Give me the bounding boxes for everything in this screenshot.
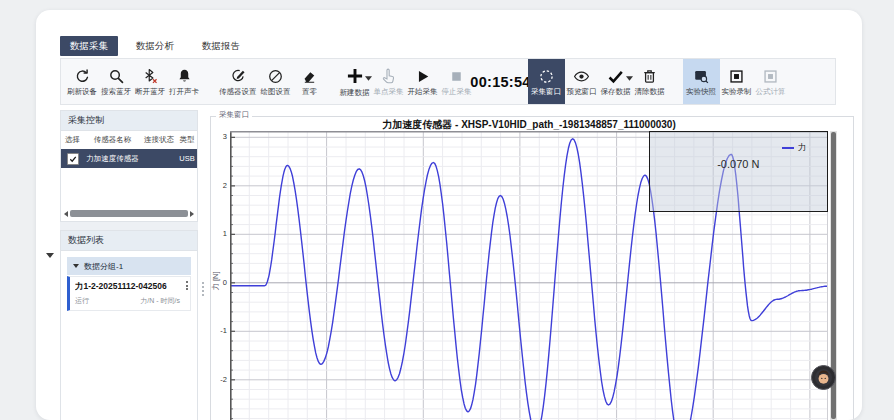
toolbar-button-start-collect[interactable]: 开始采集 [406,59,440,104]
eraser-icon [301,68,318,85]
data-item-title: 力1-2-20251112-042506 [75,281,180,293]
toolbar-button-disconnect-bluetooth[interactable]: 断开蓝牙 [133,59,167,104]
toolbar-button-refresh-device[interactable]: 刷新设备 [65,59,99,104]
check-icon [607,68,624,85]
data-item-axes: 力/N - 时间/s [140,296,180,306]
measurement-value: -0.070 N [650,158,827,170]
toolbar-button-experiment-record[interactable]: 实验录制 [720,59,754,104]
toolbar-button-label: 绘图设置 [261,88,291,96]
person-avatar-icon [814,368,833,387]
y-tick-label: 3 [210,133,227,141]
sensor-type: USB [177,154,197,163]
toolbar-button-label: 传感器设置 [219,88,257,96]
toolbar-button-label: 刷新设备 [67,88,97,96]
collect-control-header: 采集控制 [61,111,197,131]
column-header: 选择 [61,135,84,145]
left-sidebar: 采集控制 选择传感器名称连接状态类型力加速度传感器USB 数据列表 数据分组-1 [60,110,198,420]
toolbar-button-new-data[interactable]: 新建数据 [338,59,372,104]
play-icon [414,68,431,85]
legend-series-label: 力 [798,142,807,154]
y-axis-label: 力 [N] [211,271,221,290]
column-header: 传感器名称 [84,135,141,145]
splitter-grip-icon [202,282,204,296]
data-group-header[interactable]: 数据分组-1 [67,257,191,275]
collect-control-title: 采集控制 [68,114,104,127]
toolbar-button-clear-data[interactable]: 清除数据 [633,59,667,104]
collect-timer: 00:15:54 [474,59,528,104]
toolbar-button-collect-window[interactable]: 采集窗口 [528,59,565,104]
dropdown-caret-icon[interactable] [365,76,372,81]
app-window: 数据采集数据分析数据报告 刷新设备搜索蓝牙断开蓝牙打开声卡传感器设置绘图设置置零… [36,10,862,420]
record-icon [728,68,745,85]
table-row[interactable]: 力加速度传感器USB [61,149,197,168]
toolbar-button-search-bluetooth[interactable]: 搜索蓝牙 [99,59,133,104]
chart-title: 力加速度传感器 - XHSP-V10HID_path_-1981348857_1… [230,118,828,132]
data-item-status: 运行 [75,296,89,306]
data-list-item[interactable]: 力1-2-20251112-042506 运行 力/N - 时间/s [67,276,191,311]
data-list-title: 数据列表 [68,234,104,247]
y-tick-label: 1 [210,230,227,238]
column-header: 类型 [177,135,197,145]
toolbar-button-label: 实验快照 [686,88,716,96]
toolbar-button-label: 保存数据 [601,88,631,96]
toolbar-button-sensor-settings[interactable]: 传感器设置 [217,59,259,104]
toolbar-button-experiment-snapshot[interactable]: 实验快照 [683,59,720,104]
toolbar-button-label: 开始采集 [408,88,438,96]
toolbar-button-single-point-collect[interactable]: 单点采集 [372,59,406,104]
data-list-header: 数据列表 [61,231,197,251]
tab-bar: 数据采集数据分析数据报告 [60,36,250,56]
scroll-right-arrow-icon[interactable] [190,211,194,217]
page-background: 数据采集数据分析数据报告 刷新设备搜索蓝牙断开蓝牙打开声卡传感器设置绘图设置置零… [0,0,894,420]
panel-splitter[interactable] [198,110,208,420]
sensor-table: 选择传感器名称连接状态类型力加速度传感器USB [61,131,197,168]
snapshot-icon [693,68,710,85]
tab-data-report[interactable]: 数据报告 [192,36,250,56]
scrollbar-thumb[interactable] [70,210,188,217]
row-checkbox[interactable] [67,153,79,165]
toolbar-button-label: 公式计算 [756,88,786,96]
y-tick-label: -1 [210,327,227,335]
eye-icon [573,68,590,85]
y-tick-label: -2 [210,376,227,384]
toolbar-button-preview-window[interactable]: 预览窗口 [565,59,599,104]
toolbar-button-label: 采集窗口 [531,88,561,96]
panel-collapse-arrow-icon[interactable] [46,253,54,258]
sensor-table-header: 选择传感器名称连接状态类型 [61,131,197,149]
tab-data-collect[interactable]: 数据采集 [60,36,118,56]
item-menu-icon[interactable] [185,281,188,290]
bluetooth-off-icon [142,68,159,85]
trash-icon [641,68,658,85]
toolbar-button-label: 断开蓝牙 [135,88,165,96]
chart-legend: 力 [782,142,807,154]
data-list-body: 数据分组-1 力1-2-20251112-042506 运行 力/N - 时间/… [61,251,197,317]
toolbar-button-label: 打开声卡 [169,88,199,96]
toolbar-button-open-soundcard[interactable]: 打开声卡 [167,59,201,104]
search-icon [108,68,125,85]
assistant-avatar-button[interactable] [811,365,836,390]
sensor-icon [229,68,246,85]
toolbar-button-zero-set[interactable]: 置零 [293,59,327,104]
plus-icon [345,66,365,86]
toolbar-button-label: 预览窗口 [567,88,597,96]
tab-data-analysis[interactable]: 数据分析 [126,36,184,56]
toolbar-button-label: 停止采集 [442,88,472,96]
chart-region: 采集窗口 力加速度传感器 - XHSP-V10HID_path_-1981348… [208,110,858,420]
horizontal-scrollbar[interactable] [64,209,194,218]
toolbar-button-save-data[interactable]: 保存数据 [599,59,633,104]
sensor-name: 力加速度传感器 [84,154,141,164]
dashed-circle-icon [538,68,555,85]
chevron-down-icon [73,264,79,268]
toolbar-button-label: 实验录制 [722,88,752,96]
toolbar-button-plot-settings[interactable]: 绘图设置 [259,59,293,104]
toolbar: 刷新设备搜索蓝牙断开蓝牙打开声卡传感器设置绘图设置置零新建数据单点采集开始采集停… [60,58,836,105]
toolbar-button-label: 新建数据 [340,89,370,97]
toolbar-button-label: 置零 [302,88,317,96]
scroll-left-arrow-icon[interactable] [64,211,68,217]
toolbar-button-stop-collect[interactable]: 停止采集 [440,59,474,104]
point-icon [380,68,397,85]
toolbar-button-formula-calc[interactable]: 公式计算 [754,59,788,104]
dropdown-caret-icon[interactable] [626,76,633,81]
y-tick-label: 2 [210,182,227,190]
column-header: 连接状态 [141,135,177,145]
toolbar-button-label: 搜索蓝牙 [101,88,131,96]
